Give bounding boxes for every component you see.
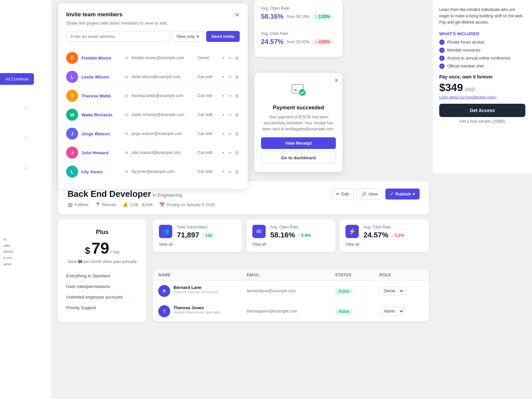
delete-icon[interactable]: 🗑 bbox=[234, 169, 240, 175]
stat-badge: ↑ 5.4% bbox=[298, 233, 311, 238]
view-all-link[interactable]: View all bbox=[252, 242, 330, 247]
right-panel: Learn from like-minded individuals who a… bbox=[432, 0, 532, 173]
right-panel-description: Learn from like-minded individuals who a… bbox=[439, 7, 525, 26]
chevron-down-icon[interactable]: ▾ bbox=[222, 94, 224, 98]
check-icon: ✓ bbox=[439, 48, 445, 53]
price-value: $349 bbox=[439, 81, 463, 94]
edit-icon[interactable]: ✏ bbox=[228, 150, 233, 156]
membership-policy-link[interactable]: Learn about our membership policy bbox=[439, 95, 525, 99]
chevron-down-icon[interactable]: ▾ bbox=[222, 75, 224, 79]
action-icons: ✏ 🗑 bbox=[228, 131, 240, 137]
chevron-down-icon: ▾ bbox=[413, 192, 415, 197]
continue-button[interactable]: nd Continue bbox=[0, 73, 34, 85]
status-badge: Active bbox=[335, 309, 353, 315]
stat-card-label: Avg. Click Rate bbox=[363, 225, 423, 229]
price-row: $349 USD bbox=[439, 81, 525, 94]
edit-icon[interactable]: ✏ bbox=[228, 131, 233, 137]
job-salary: 💰 120k - $140k bbox=[123, 202, 153, 207]
email-input[interactable] bbox=[66, 31, 169, 42]
plan-feature: User roles/permissions bbox=[66, 281, 138, 292]
chevron-down-icon[interactable]: ▾ bbox=[222, 56, 224, 60]
chevron-down-icon[interactable]: ▾ bbox=[222, 113, 224, 117]
edit-icon[interactable]: ✏ bbox=[228, 93, 233, 99]
avatar: F bbox=[66, 52, 78, 64]
delete-icon[interactable]: 🗑 bbox=[234, 93, 240, 99]
edit-button[interactable]: ✏ Edit bbox=[331, 189, 354, 200]
avg-open-rate-section: Avg. Open Rate 58.16% from 56.14% ↑ 2.02… bbox=[261, 6, 336, 26]
avg-click-rate-section: Avg. Click Rate 24.57% from 28.62% ↓ 4.0… bbox=[261, 31, 336, 51]
get-access-button[interactable]: Get Access bbox=[439, 104, 525, 117]
check-icon: ✓ bbox=[439, 40, 445, 45]
left-sidebar: › › › bbox=[0, 0, 52, 399]
stat-badge: ↑ 122 bbox=[202, 233, 212, 238]
avg-open-rate-value-row: 58.16% from 56.14% ↑ 2.02% bbox=[261, 13, 336, 20]
included-item: ✓ Member resources bbox=[439, 48, 525, 53]
tr-role: Owner Admin Editor Viewer bbox=[379, 287, 424, 295]
member-name: Lily Jones bbox=[81, 169, 121, 174]
payment-close-button[interactable]: ✕ bbox=[334, 77, 338, 83]
included-item-label: Official member shirt bbox=[447, 64, 484, 68]
pay-once-text: Pay once, own it forever bbox=[439, 74, 525, 79]
chevron-3[interactable]: › bbox=[21, 163, 31, 173]
chevron-down-icon: ▾ bbox=[197, 34, 199, 39]
chevron-down-icon[interactable]: ▾ bbox=[222, 170, 224, 174]
invite-input-row: View only ▾ Send invite bbox=[66, 31, 240, 42]
stat-card: ⚡ Avg. Click Rate 24.57% ↓ 3.2% View all bbox=[339, 219, 429, 252]
member-email: freddie.moore@example.com bbox=[132, 56, 194, 60]
table-body: B Bernard Lane Director, Human Resources… bbox=[153, 281, 429, 321]
currency-label: USD bbox=[465, 87, 475, 92]
delete-icon[interactable]: 🗑 bbox=[234, 74, 240, 80]
view-all-link[interactable]: View all bbox=[159, 242, 236, 247]
publish-button[interactable]: ✓ Publish ▾ bbox=[385, 189, 420, 200]
table-header: NAME EMAIL STATUS ROLE bbox=[153, 269, 429, 281]
send-invite-button[interactable]: Send invite bbox=[206, 31, 240, 42]
member-email: jorge.watson@example.com bbox=[132, 131, 194, 136]
person-title: Human Resources Specialist bbox=[174, 310, 247, 314]
stat-card-content: Avg. Click Rate 24.57% ↓ 3.2% bbox=[363, 225, 423, 239]
included-item: ✓ Access to annual online conference bbox=[439, 56, 525, 61]
delete-icon[interactable]: 🗑 bbox=[234, 131, 240, 137]
avg-open-rate-value: 58.16% bbox=[261, 13, 284, 20]
view-button[interactable]: 🔗 View bbox=[356, 189, 383, 200]
go-to-dashboard-button[interactable]: Go to dashboard bbox=[261, 152, 336, 164]
calendar-icon: 📅 bbox=[159, 202, 165, 207]
action-icons: ✏ 🗑 bbox=[228, 169, 240, 175]
role-select[interactable]: Owner Admin Editor Viewer bbox=[379, 287, 404, 295]
included-item-label: Private forum access bbox=[447, 40, 484, 45]
chevron-1[interactable]: › bbox=[21, 103, 31, 113]
left-text-partial: m. udio. donec s orci amet. bbox=[0, 233, 25, 270]
member-role: Can edit bbox=[198, 112, 219, 117]
avatar: L bbox=[66, 71, 78, 83]
edit-icon[interactable]: ✏ bbox=[228, 55, 233, 61]
tr-email: theresajones@example.com bbox=[247, 309, 335, 314]
delete-icon[interactable]: 🗑 bbox=[234, 112, 240, 118]
plan-feature: Everything in Standard bbox=[66, 271, 138, 281]
member-email: theresa.webb@example.com bbox=[132, 93, 194, 98]
chevron-2[interactable]: › bbox=[21, 133, 31, 143]
chevron-down-icon[interactable]: ▾ bbox=[222, 132, 224, 136]
included-item: ✓ Private forum access bbox=[439, 40, 525, 45]
stat-card: 👥 Total Subscribers 71,897 ↑ 122 View al… bbox=[153, 219, 242, 252]
delete-icon[interactable]: 🗑 bbox=[234, 150, 240, 156]
plan-dollar-sign: $ bbox=[85, 245, 90, 256]
th-status: STATUS bbox=[335, 273, 379, 277]
member-row: L Leslie Wilson ✉ leslie.wilson@example.… bbox=[66, 67, 240, 86]
mail-icon: ✉ bbox=[125, 131, 128, 136]
edit-icon[interactable]: ✏ bbox=[228, 74, 233, 80]
included-items-list: ✓ Private forum access ✓ Member resource… bbox=[439, 40, 525, 69]
edit-icon[interactable]: ✏ bbox=[228, 169, 233, 175]
member-row: F Freddie Moore ✉ freddie.moore@example.… bbox=[66, 49, 240, 67]
edit-icon[interactable]: ✏ bbox=[228, 112, 233, 118]
chevron-down-icon[interactable]: ▾ bbox=[222, 151, 224, 155]
view-receipt-button[interactable]: View Receipt bbox=[261, 137, 336, 149]
plan-period: / mo bbox=[110, 249, 119, 255]
avg-click-rate-from: from 28.62% bbox=[287, 40, 310, 44]
stat-card-label: Total Subscribers bbox=[177, 225, 236, 229]
close-button[interactable]: ✕ bbox=[235, 11, 240, 19]
view-only-select[interactable]: View only ▾ bbox=[172, 31, 203, 42]
view-all-link[interactable]: View all bbox=[345, 242, 423, 247]
delete-icon[interactable]: 🗑 bbox=[234, 55, 240, 61]
stat-badge: ↓ 3.2% bbox=[391, 233, 404, 238]
money-icon: 💰 bbox=[123, 202, 128, 207]
role-select[interactable]: Admin Admin Editor Viewer bbox=[379, 307, 404, 316]
